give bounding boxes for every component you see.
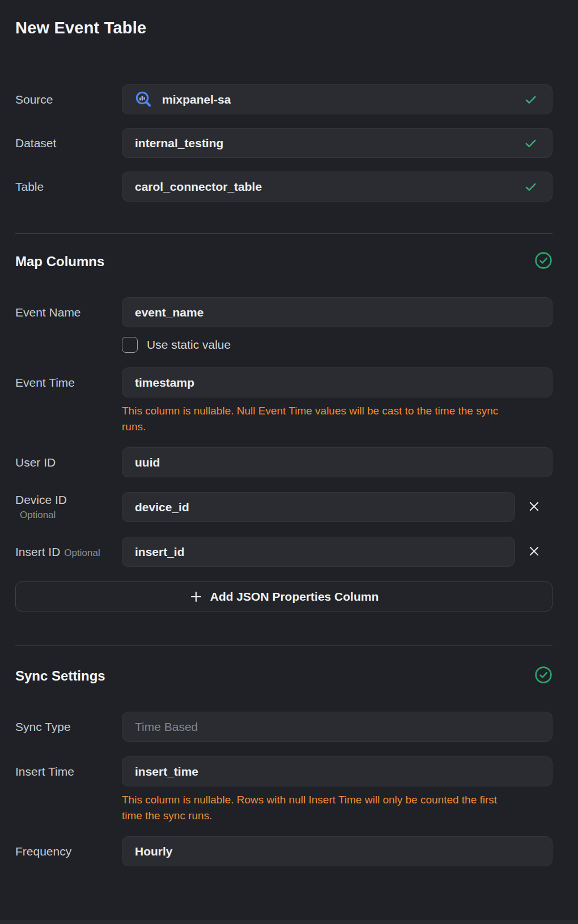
frequency-row: Frequency Hourly [15,836,552,866]
insert-id-field[interactable]: insert_id [122,537,515,567]
device-id-remove-button[interactable] [515,492,552,522]
event-time-field[interactable]: timestamp [122,367,552,397]
sync-settings-complete-icon [534,666,552,686]
event-time-value: timestamp [135,376,194,390]
table-value: carol_connector_table [135,180,262,194]
user-id-row: User ID uuid [15,447,552,477]
device-id-field[interactable]: device_id [122,492,515,522]
map-columns-complete-icon [534,251,552,272]
add-json-properties-label: Add JSON Properties Column [210,590,379,604]
insert-id-value: insert_id [135,545,185,559]
event-name-value: event_name [135,306,203,319]
footer-strip [0,920,578,924]
source-field[interactable]: mixpanel-sa [122,84,552,114]
insert-time-field[interactable]: insert_time [122,756,552,786]
event-time-row: Event Time timestamp [15,367,552,397]
dataset-label: Dataset [15,136,122,150]
insert-time-warning: This column is nullable. Rows with null … [122,792,552,824]
bigquery-icon [135,91,152,108]
insert-time-value: insert_time [135,765,198,778]
plus-icon [189,590,203,604]
device-id-optional-label: Optional [15,510,122,521]
new-event-table-form: New Event Table Source mixpanel- [0,0,578,866]
frequency-label: Frequency [15,845,122,858]
insert-time-label: Insert Time [15,765,122,778]
user-id-value: uuid [135,456,160,469]
map-columns-title: Map Columns [15,254,104,270]
dataset-field[interactable]: internal_testing [122,128,552,158]
source-value: mixpanel-sa [162,93,231,106]
close-icon [528,545,541,559]
source-label: Source [15,93,122,106]
frequency-value: Hourly [135,845,173,858]
insert-id-optional-label: Optional [64,547,100,558]
frequency-field[interactable]: Hourly [122,836,552,866]
sync-type-row: Sync Type Time Based [15,712,552,742]
table-field[interactable]: carol_connector_table [122,172,552,202]
device-id-label: Device ID [15,493,67,506]
source-section: Source mixpanel-sa [15,84,552,202]
dataset-value: internal_testing [135,136,223,150]
event-name-label: Event Name [15,306,122,319]
event-time-label: Event Time [15,376,122,390]
close-icon [528,500,541,515]
insert-id-row: Insert IDOptional insert_id [15,537,552,567]
sync-type-label: Sync Type [15,720,122,734]
page-title: New Event Table [15,19,552,37]
user-id-field[interactable]: uuid [122,447,552,477]
use-static-value-checkbox[interactable] [122,337,138,353]
event-name-row: Event Name event_name [15,297,552,327]
table-label: Table [15,180,122,194]
table-valid-check-icon [524,180,537,193]
sync-settings-section: Sync Settings Sync Type Time Based Inser… [15,666,552,866]
section-divider [15,645,552,646]
static-value-row: Use static value [122,337,552,353]
section-divider [15,233,552,234]
source-row: Source mixpanel-sa [15,84,552,114]
device-id-row: Device ID Optional device_id [15,492,552,522]
add-json-properties-button[interactable]: Add JSON Properties Column [15,581,552,611]
source-valid-check-icon [524,93,537,106]
insert-id-remove-button[interactable] [515,537,552,567]
user-id-label: User ID [15,456,122,469]
dataset-valid-check-icon [524,136,537,149]
insert-time-row: Insert Time insert_time [15,756,552,786]
use-static-value-label: Use static value [147,338,231,352]
sync-type-field: Time Based [122,712,552,742]
dataset-row: Dataset internal_testing [15,128,552,158]
insert-id-label: Insert ID [15,545,60,558]
table-row: Table carol_connector_table [15,172,552,202]
event-time-warning: This column is nullable. Null Event Time… [122,403,552,435]
sync-type-value: Time Based [135,720,198,734]
sync-settings-title: Sync Settings [15,668,105,684]
map-columns-section: Map Columns Event Name event_name Use st… [15,251,552,611]
event-name-field[interactable]: event_name [122,297,552,327]
device-id-value: device_id [135,500,189,514]
